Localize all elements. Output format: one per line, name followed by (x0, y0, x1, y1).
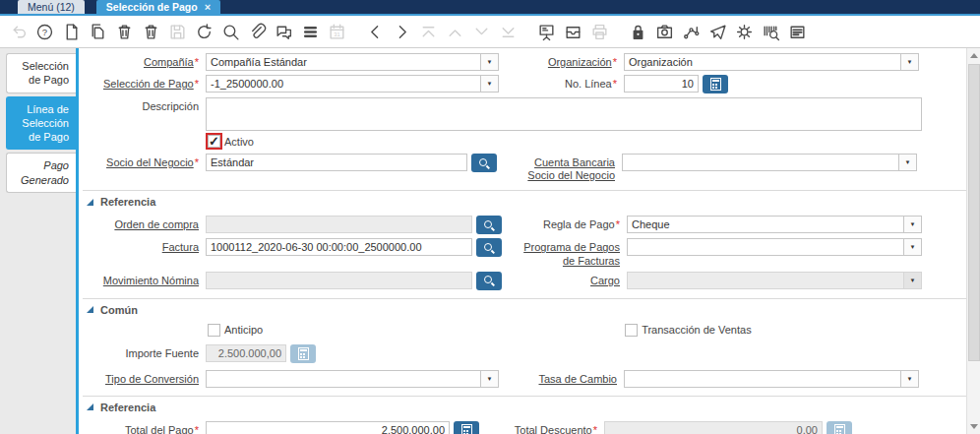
payment-selection-window: Menú (12) Selección de Pago × ?31 Selecc… (0, 0, 980, 434)
cuenta-bancaria-combobox[interactable] (622, 154, 917, 171)
seleccion-de-pago-combobox[interactable] (206, 75, 499, 93)
attachment-icon[interactable] (247, 22, 267, 41)
movimiento-nomina-label: Movimiento Nómina (83, 272, 199, 287)
lock-icon[interactable] (628, 22, 647, 41)
compania-dropdown-icon[interactable] (480, 54, 498, 70)
tab-seleccion-de-pago[interactable]: Selección de Pago × (96, 0, 220, 14)
report-icon[interactable] (536, 22, 556, 41)
regla-de-pago-dropdown-icon[interactable] (903, 217, 921, 232)
process-icon[interactable] (734, 22, 754, 41)
prev-record-icon[interactable] (365, 22, 385, 41)
organizacion-combobox[interactable] (624, 53, 919, 71)
seleccion-de-pago-dropdown-icon[interactable] (480, 76, 498, 92)
delete-record-icon[interactable] (114, 22, 134, 41)
next-record-icon[interactable] (392, 22, 411, 41)
search-record-icon (483, 219, 495, 231)
copy-record-icon[interactable] (88, 22, 107, 41)
cuenta-bancaria-dropdown-icon[interactable] (898, 155, 916, 170)
zoom-across-icon[interactable] (654, 22, 674, 41)
organizacion-dropdown-icon[interactable] (900, 54, 918, 70)
socio-del-negocio-search-button[interactable] (471, 154, 497, 172)
last-record-icon (498, 22, 518, 41)
window-customization-icon[interactable] (787, 22, 807, 41)
no-linea-input[interactable] (624, 75, 699, 93)
scroll-up-icon[interactable] (967, 49, 980, 62)
regla-de-pago-label: Regla de Pago* (521, 216, 620, 231)
save-icon (167, 22, 187, 41)
total-pago-input[interactable] (206, 421, 450, 434)
tasa-cambio-combobox[interactable] (624, 370, 919, 388)
refresh-icon[interactable] (194, 22, 214, 41)
regla-de-pago-input[interactable] (628, 217, 903, 232)
help-icon[interactable]: ? (34, 22, 54, 41)
calculator-icon (298, 347, 309, 360)
scroll-down-icon[interactable] (967, 420, 980, 433)
print-icon (589, 22, 609, 41)
collapse-triangle-icon[interactable] (87, 403, 93, 410)
row-movimiento-cargo: Movimiento Nómina Cargo (83, 272, 966, 290)
factura-search-button[interactable] (476, 238, 502, 257)
programa-pagos-combobox[interactable] (627, 238, 922, 256)
sidebar-tab-seleccion-de-pago[interactable]: Selección de Pago (6, 53, 76, 93)
total-pago-label: Total del Pago* (83, 421, 199, 434)
first-record-icon (418, 22, 438, 41)
seleccion-de-pago-input[interactable] (207, 76, 480, 92)
compania-label: Compañía* (83, 53, 199, 69)
down-record-icon (471, 22, 491, 41)
close-tab-icon[interactable]: × (205, 0, 211, 14)
product-info-icon[interactable] (761, 22, 780, 41)
collapse-triangle-icon[interactable] (87, 306, 93, 313)
socio-del-negocio-input[interactable] (206, 154, 467, 171)
organizacion-input[interactable] (625, 54, 900, 70)
delete-selection-icon[interactable] (141, 22, 160, 41)
sidebar-tab-pago-generado[interactable]: Pago Generado (6, 153, 76, 193)
calculator-icon (834, 424, 845, 434)
row-conversion-tasa: Tipo de Conversión Tasa de Cambio (83, 370, 966, 388)
sidebar-tab-linea-de-seleccion-de-pago[interactable]: Línea de Selección de Pago (6, 96, 76, 151)
transaccion-ventas-label: Transacción de Ventas (642, 324, 752, 336)
chat-icon[interactable] (274, 22, 293, 41)
tipo-conversion-label: Tipo de Conversión (83, 370, 199, 386)
transaccion-ventas-checkbox[interactable] (625, 324, 638, 337)
requests-icon[interactable] (707, 22, 727, 41)
tipo-conversion-dropdown-icon[interactable] (480, 371, 498, 387)
programa-pagos-input[interactable] (628, 239, 903, 255)
row-compania-organizacion: Compañía* Organización* (83, 53, 966, 71)
compania-input[interactable] (207, 54, 480, 70)
movimiento-nomina-search-button[interactable] (476, 272, 502, 290)
programa-pagos-label: Programa de Pagos de Facturas (521, 238, 620, 267)
factura-input[interactable] (206, 238, 472, 256)
find-icon[interactable] (220, 22, 240, 41)
descripcion-textarea[interactable] (206, 97, 922, 131)
anticipo-checkbox[interactable] (208, 324, 220, 337)
collapse-triangle-icon[interactable] (87, 199, 93, 206)
descripcion-label: Descripción (83, 97, 199, 113)
activo-checkbox[interactable] (208, 135, 220, 148)
grid-toggle-icon[interactable] (300, 22, 320, 41)
vertical-scrollbar[interactable] (966, 48, 980, 434)
section-referencia: Referencia (83, 190, 966, 210)
scrollbar-thumb[interactable] (968, 64, 980, 361)
tab-menu[interactable]: Menú (12) (18, 0, 85, 14)
cuenta-bancaria-input[interactable] (623, 155, 898, 170)
calendar-icon: 31 (327, 22, 346, 41)
tasa-cambio-dropdown-icon[interactable] (900, 371, 918, 387)
total-pago-calculator-button[interactable] (454, 421, 479, 434)
archive-icon[interactable] (563, 22, 582, 41)
regla-de-pago-combobox[interactable] (627, 216, 922, 233)
no-linea-calculator-button[interactable] (703, 75, 728, 93)
compania-combobox[interactable] (206, 53, 499, 71)
row-totales: Total del Pago* Total Descuento* (83, 421, 966, 434)
organizacion-label: Organización* (519, 53, 617, 69)
tasa-cambio-input[interactable] (625, 371, 900, 387)
socio-del-negocio-label: Socio del Negocio* (83, 154, 199, 169)
workflow-icon[interactable] (681, 22, 701, 41)
tipo-conversion-input[interactable] (207, 371, 480, 387)
tipo-conversion-combobox[interactable] (206, 370, 499, 388)
orden-de-compra-search-button[interactable] (476, 216, 502, 234)
new-record-icon[interactable] (61, 22, 81, 41)
row-activo: Activo (83, 135, 966, 148)
programa-pagos-dropdown-icon[interactable] (903, 239, 921, 255)
tab-menu-label: Menú (12) (28, 1, 75, 13)
window-tabbar: Menú (12) Selección de Pago × (0, 0, 980, 16)
